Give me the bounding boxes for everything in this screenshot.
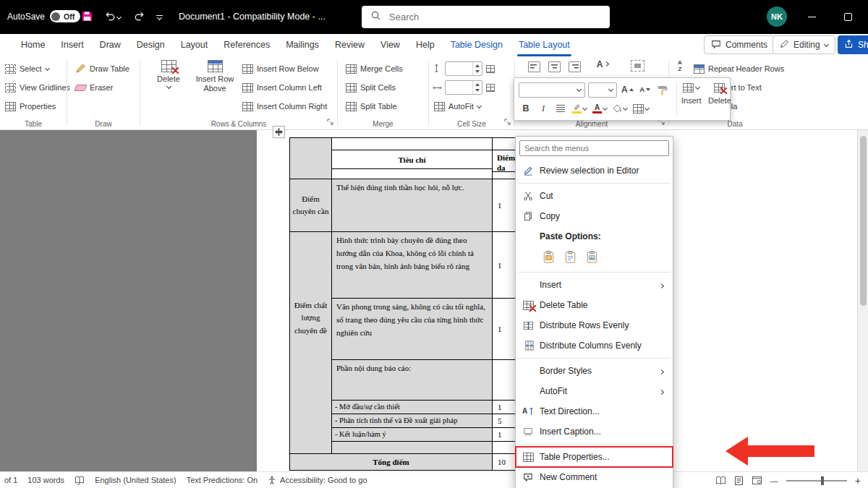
- insert-table-button[interactable]: Insert: [681, 83, 702, 105]
- search-input[interactable]: [388, 11, 590, 23]
- menu-item-review-in-editor[interactable]: Review selection in Editor: [516, 160, 673, 181]
- repeat-header-rows-button[interactable]: Repeat Header Rows: [690, 60, 788, 77]
- menu-item-text-direction[interactable]: A Text Direction...: [516, 401, 673, 421]
- rows-columns-dialog-launcher[interactable]: [327, 115, 333, 128]
- table-cell-criteria[interactable]: - Mở đầu/sự cần thiết: [332, 401, 493, 414]
- tab-view[interactable]: View: [373, 34, 408, 56]
- tab-draw[interactable]: Draw: [92, 34, 129, 56]
- menu-item-new-comment[interactable]: New Comment: [516, 467, 673, 487]
- menu-item-table-properties[interactable]: Table Properties...: [516, 447, 673, 467]
- table-cell-criteria[interactable]: Thể hiện đúng tinh thần học hỏi, nỗ lực.: [332, 179, 493, 232]
- insert-row-below-button[interactable]: Insert Row Below: [239, 60, 323, 77]
- vertical-scrollbar[interactable]: [857, 130, 868, 471]
- split-cells-button[interactable]: Split Cells: [342, 79, 399, 96]
- draw-table-button[interactable]: Draw Table: [72, 60, 133, 77]
- table-cell-criteria[interactable]: Hình thức trình bày chuyên đề đúng theo …: [332, 232, 493, 299]
- print-layout-button[interactable]: [734, 476, 744, 486]
- align-top-right-button[interactable]: [569, 61, 581, 72]
- page-indicator[interactable]: of 1: [4, 476, 17, 484]
- menu-item-border-styles[interactable]: Border Styles: [516, 361, 673, 381]
- shading-button[interactable]: [611, 101, 629, 116]
- autosave-toggle[interactable]: AutoSave Off: [7, 10, 80, 22]
- tab-design[interactable]: Design: [129, 34, 173, 56]
- menu-search-input[interactable]: [519, 140, 669, 156]
- sort-button[interactable]: AZ: [671, 60, 689, 72]
- delete-table-button[interactable]: Delete: [708, 83, 731, 105]
- insert-column-left-button[interactable]: Insert Column Left: [239, 79, 326, 96]
- delete-button[interactable]: Delete: [152, 60, 185, 88]
- zoom-out-button[interactable]: —: [770, 476, 778, 485]
- save-button[interactable]: [77, 9, 97, 26]
- table-cell-criteria[interactable]: Văn phong trong sáng, không có câu tối n…: [332, 299, 493, 360]
- table-row[interactable]: Điểm chuyên cần Thể hiện đúng tinh thần …: [290, 179, 550, 232]
- read-mode-button[interactable]: [715, 476, 726, 485]
- merge-cells-button[interactable]: Merge Cells: [342, 60, 407, 77]
- row-height-stepper[interactable]: [472, 62, 482, 75]
- tab-layout[interactable]: Layout: [173, 34, 216, 56]
- zoom-slider-thumb[interactable]: [821, 476, 824, 485]
- insert-row-above-button[interactable]: Insert Row Above: [194, 60, 236, 93]
- table-cell-criteria[interactable]: [332, 442, 493, 454]
- row-height-input[interactable]: [445, 61, 482, 76]
- zoom-slider[interactable]: [786, 480, 847, 481]
- paste-picture-button[interactable]: [583, 248, 600, 265]
- align-top-left-button[interactable]: [528, 61, 540, 72]
- grow-font-button[interactable]: A: [620, 82, 635, 98]
- justify-button[interactable]: [553, 101, 568, 116]
- proofing-status[interactable]: [75, 476, 85, 485]
- table-cell-category[interactable]: Điểm chất lượng chuyên đề: [290, 232, 332, 454]
- document-table[interactable]: Tiêu chí Điểmđa Điểm chuyên cần Thể hiện…: [289, 137, 550, 471]
- cell-size-dialog-launcher[interactable]: [504, 115, 511, 128]
- tab-table-design[interactable]: Table Design: [443, 34, 511, 56]
- comments-button[interactable]: Comments: [704, 35, 775, 54]
- font-name-select[interactable]: [519, 82, 585, 98]
- editing-mode-button[interactable]: Editing: [773, 35, 835, 54]
- scrollbar-thumb[interactable]: [860, 136, 867, 306]
- menu-item-distribute-columns[interactable]: Distribute Columns Evenly: [516, 335, 673, 356]
- table-cell[interactable]: [290, 138, 332, 179]
- paste-merge-formatting-button[interactable]: [561, 248, 579, 265]
- table-cell-total-label[interactable]: Tổng điểm: [290, 454, 493, 471]
- table-header-criteria[interactable]: Tiêu chí: [332, 138, 493, 179]
- split-table-button[interactable]: Split Table: [342, 98, 401, 115]
- tab-home[interactable]: Home: [13, 34, 53, 56]
- quick-access-overflow-button[interactable]: [149, 9, 169, 26]
- properties-button[interactable]: Properties: [1, 98, 59, 115]
- avatar[interactable]: NK: [767, 7, 787, 27]
- restore-button[interactable]: [832, 0, 864, 34]
- tab-mailings[interactable]: Mailings: [278, 34, 327, 56]
- language-indicator[interactable]: English (United States): [95, 476, 176, 484]
- autosave-switch[interactable]: Off: [50, 10, 80, 22]
- autofit-button[interactable]: AutoFit: [430, 98, 485, 115]
- font-color-button[interactable]: A: [591, 101, 608, 116]
- view-gridlines-button[interactable]: View Gridlines: [1, 79, 74, 96]
- web-layout-button[interactable]: [752, 476, 762, 485]
- menu-item-distribute-rows[interactable]: Distribute Rows Evenly: [516, 315, 673, 335]
- italic-button[interactable]: I: [536, 101, 550, 116]
- font-size-select[interactable]: [588, 82, 617, 98]
- search-box[interactable]: [362, 6, 610, 28]
- insert-column-right-button[interactable]: Insert Column Right: [239, 98, 331, 115]
- share-button[interactable]: Sha: [838, 35, 868, 54]
- tab-help[interactable]: Help: [408, 34, 443, 56]
- word-count[interactable]: 103 words: [27, 476, 64, 484]
- text-direction-button[interactable]: A: [590, 60, 615, 69]
- menu-item-cut[interactable]: Cut: [516, 186, 673, 206]
- table-row[interactable]: Tổng điểm 10: [290, 454, 550, 471]
- minimize-button[interactable]: [796, 0, 827, 34]
- menu-item-delete-table[interactable]: Delete Table: [516, 295, 673, 315]
- undo-button[interactable]: [100, 9, 126, 26]
- redo-button[interactable]: [129, 9, 149, 26]
- menu-item-autofit[interactable]: AutoFit: [516, 381, 673, 401]
- format-painter-button[interactable]: [655, 82, 670, 98]
- bold-button[interactable]: B: [519, 101, 533, 116]
- align-top-center-button[interactable]: [548, 61, 561, 72]
- text-predictions[interactable]: Text Predictions: On: [187, 476, 258, 484]
- tab-review[interactable]: Review: [327, 34, 373, 56]
- tab-references[interactable]: References: [216, 34, 278, 56]
- cell-margins-button[interactable]: [625, 60, 650, 72]
- shrink-font-button[interactable]: A: [638, 82, 652, 98]
- tab-insert[interactable]: Insert: [53, 34, 91, 56]
- paste-keep-source-button[interactable]: [540, 248, 557, 265]
- table-move-handle[interactable]: [273, 126, 285, 138]
